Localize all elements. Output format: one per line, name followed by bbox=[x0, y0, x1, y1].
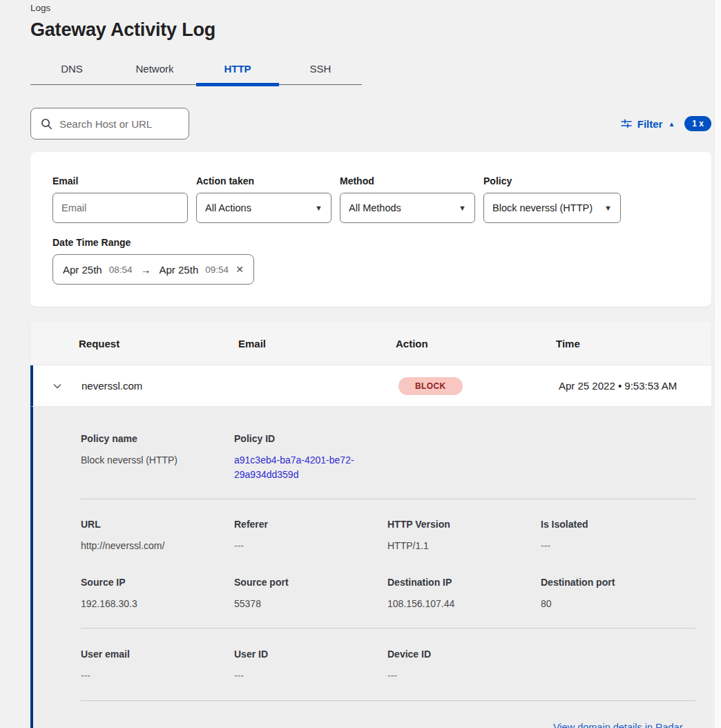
destination-ip-label: Destination IP bbox=[387, 577, 541, 588]
radar-details-link[interactable]: View domain details in Radar → bbox=[553, 722, 695, 728]
device-id-label: Device ID bbox=[387, 649, 541, 660]
referer-value: --- bbox=[234, 539, 387, 553]
policy-id-label: Policy ID bbox=[234, 433, 387, 444]
arrow-right-icon: → bbox=[140, 264, 153, 276]
http-version-value: HTTP/1.1 bbox=[387, 539, 541, 553]
chevron-down-icon: ▼ bbox=[459, 204, 466, 212]
policy-section: Policy name Block neverssl (HTTP) Policy… bbox=[81, 433, 695, 482]
chevron-down-icon: ▼ bbox=[315, 204, 323, 212]
is-isolated-value: --- bbox=[541, 539, 694, 553]
device-id-value: --- bbox=[387, 669, 541, 683]
request-section: URL http://neverssl.com/ Referer --- HTT… bbox=[81, 519, 695, 611]
tab-bar: DNS Network HTTP SSH bbox=[30, 56, 362, 85]
filter-count-badge[interactable]: 1 x bbox=[684, 116, 711, 131]
policy-filter: Policy Block neverssl (HTTP) ▼ bbox=[483, 175, 621, 223]
method-label: Method bbox=[340, 175, 475, 186]
url-label: URL bbox=[81, 519, 234, 530]
url-value: http://neverssl.com/ bbox=[81, 539, 234, 553]
user-email-label: User email bbox=[81, 649, 234, 660]
destination-ip-value: 108.156.107.44 bbox=[387, 597, 541, 611]
policy-value: Block neverssl (HTTP) bbox=[492, 202, 593, 213]
policy-select[interactable]: Block neverssl (HTTP) ▼ bbox=[483, 193, 621, 223]
is-isolated-label: Is Isolated bbox=[541, 519, 694, 530]
destination-port-label: Destination port bbox=[541, 577, 694, 588]
source-ip-value: 192.168.30.3 bbox=[81, 597, 234, 611]
search-icon bbox=[41, 118, 52, 130]
source-port-value: 55378 bbox=[234, 597, 387, 611]
policy-label: Policy bbox=[483, 175, 621, 186]
clear-date-icon[interactable]: ✕ bbox=[235, 264, 244, 275]
action-taken-label: Action taken bbox=[196, 175, 331, 186]
policy-name-label: Policy name bbox=[81, 433, 234, 444]
tab-network[interactable]: Network bbox=[113, 56, 196, 84]
end-time: 09:54 bbox=[205, 265, 229, 275]
email-filter-label: Email bbox=[52, 175, 188, 186]
action-taken-select[interactable]: All Actions ▼ bbox=[196, 193, 331, 223]
search-input[interactable] bbox=[59, 118, 179, 130]
row-request: neverssl.com bbox=[81, 380, 241, 392]
source-port-label: Source port bbox=[234, 577, 387, 588]
log-table: Request Email Action Time neverssl.com B… bbox=[30, 323, 711, 728]
destination-port-value: 80 bbox=[541, 597, 694, 611]
row-details: Policy name Block neverssl (HTTP) Policy… bbox=[30, 407, 711, 728]
col-request: Request bbox=[79, 338, 238, 349]
referer-label: Referer bbox=[234, 519, 387, 530]
col-email: Email bbox=[238, 338, 396, 349]
breadcrumb: Logs bbox=[30, 3, 721, 13]
tab-http[interactable]: HTTP bbox=[196, 56, 279, 84]
email-filter: Email bbox=[52, 175, 188, 223]
action-taken-value: All Actions bbox=[205, 202, 251, 213]
scrollbar[interactable] bbox=[714, 0, 721, 728]
toolbar: Filter ▲ 1 x bbox=[30, 108, 711, 140]
page-header: Logs Gateway Activity Log bbox=[0, 0, 721, 41]
user-section: User email --- User ID --- Device ID --- bbox=[81, 649, 695, 683]
date-range-filter: Date Time Range Apr 25th 08:54 → Apr 25t… bbox=[52, 237, 689, 285]
filter-panel: Email Action taken All Actions ▼ Method … bbox=[30, 152, 711, 307]
chevron-down-icon: ▼ bbox=[604, 204, 612, 212]
method-filter: Method All Methods ▼ bbox=[340, 175, 475, 223]
http-version-label: HTTP Version bbox=[387, 519, 541, 530]
action-taken-filter: Action taken All Actions ▼ bbox=[196, 175, 331, 223]
filter-toggle[interactable]: Filter ▲ 1 x bbox=[621, 116, 711, 131]
method-select[interactable]: All Methods ▼ bbox=[340, 193, 475, 223]
col-action: Action bbox=[396, 338, 556, 349]
source-ip-label: Source IP bbox=[81, 577, 234, 588]
user-id-label: User ID bbox=[234, 649, 387, 660]
policy-name-value: Block neverssl (HTTP) bbox=[81, 453, 234, 468]
method-value: All Methods bbox=[349, 202, 401, 213]
chevron-up-icon: ▲ bbox=[668, 120, 675, 128]
divider bbox=[81, 499, 695, 499]
page-title: Gateway Activity Log bbox=[30, 19, 721, 41]
row-time: Apr 25 2022 • 9:53:53 AM bbox=[559, 380, 711, 392]
col-time: Time bbox=[556, 338, 711, 349]
start-date: Apr 25th bbox=[63, 264, 102, 276]
block-status-badge: BLOCK bbox=[398, 377, 463, 395]
tab-ssh[interactable]: SSH bbox=[279, 56, 362, 84]
date-range-label: Date Time Range bbox=[52, 237, 689, 248]
search-box[interactable] bbox=[30, 108, 189, 140]
divider bbox=[81, 628, 695, 629]
collapse-row-chevron-icon[interactable] bbox=[33, 381, 81, 392]
date-range-picker[interactable]: Apr 25th 08:54 → Apr 25th 09:54 ✕ bbox=[52, 254, 254, 285]
end-date: Apr 25th bbox=[160, 264, 199, 276]
filter-label: Filter bbox=[637, 118, 663, 130]
user-email-value: --- bbox=[81, 669, 234, 683]
user-id-value: --- bbox=[234, 669, 387, 683]
tab-dns[interactable]: DNS bbox=[30, 56, 113, 84]
filter-icon bbox=[621, 118, 632, 129]
table-row[interactable]: neverssl.com BLOCK Apr 25 2022 • 9:53:53… bbox=[30, 365, 711, 407]
table-header: Request Email Action Time bbox=[30, 323, 711, 365]
email-filter-input[interactable] bbox=[61, 202, 179, 213]
policy-id-link[interactable]: a91c3eb4-ba7a-4201-be72-29a934dd359d bbox=[234, 453, 372, 482]
start-time: 08:54 bbox=[109, 265, 133, 275]
